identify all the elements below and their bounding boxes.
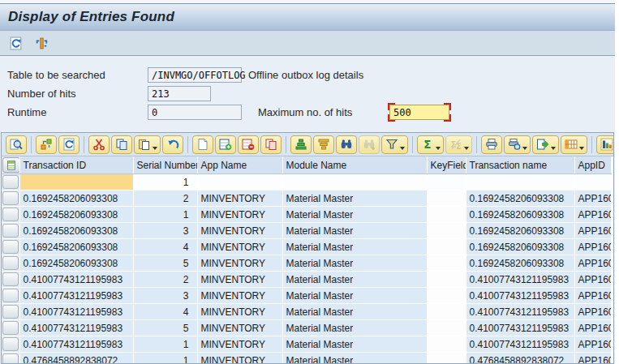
- change-button[interactable]: [36, 135, 57, 154]
- cell-module-name[interactable]: Material Master: [282, 288, 427, 304]
- cell-transaction-name[interactable]: 0.41007743121195983: [466, 304, 574, 320]
- cell-app-name[interactable]: MINVENTORY: [197, 191, 282, 207]
- cell-app-name[interactable]: MINVENTORY: [197, 336, 282, 353]
- cell-transaction-name[interactable]: 0.1692458206093308: [466, 191, 574, 207]
- find-button[interactable]: [336, 135, 357, 154]
- cell-app-name[interactable]: MINVENTORY: [197, 255, 282, 272]
- row-select-button[interactable]: [2, 353, 19, 364]
- cell-app-name[interactable]: MINVENTORY: [197, 353, 282, 364]
- cell-app-name[interactable]: MINVENTORY: [197, 207, 282, 223]
- max-hits-field[interactable]: 500: [389, 105, 449, 120]
- print-button[interactable]: [481, 135, 502, 154]
- cell-key-fields[interactable]: [427, 336, 466, 353]
- cell-serial-number[interactable]: 3: [133, 288, 197, 304]
- table-searched-field[interactable]: /INVMGO/OFFOTLOG: [148, 67, 242, 83]
- cell-transaction-id[interactable]: 0.1692458206093308: [19, 239, 133, 255]
- cell-key-fields[interactable]: [427, 320, 466, 336]
- cell-key-fields[interactable]: [427, 304, 466, 320]
- cell-serial-number[interactable]: 2: [133, 272, 197, 288]
- chart-button[interactable]: [596, 135, 614, 154]
- row-select-button[interactable]: [2, 175, 19, 189]
- cell-app-name[interactable]: MINVENTORY: [197, 223, 282, 239]
- cell-module-name[interactable]: [282, 174, 427, 191]
- cell-transaction-id[interactable]: 0.41007743121195983: [19, 304, 133, 320]
- column-header-keyfields[interactable]: KeyFields: [427, 156, 466, 174]
- delete-row-button[interactable]: [238, 135, 259, 154]
- cell-transaction-id[interactable]: 0.1692458206093308: [19, 191, 133, 207]
- cell-module-name[interactable]: Material Master: [282, 191, 427, 207]
- cell-key-fields[interactable]: [427, 239, 466, 255]
- cell-key-fields[interactable]: [427, 272, 466, 288]
- cell-app-id[interactable]: APP160: [574, 191, 611, 207]
- cell-transaction-name[interactable]: 0.41007743121195983: [466, 272, 574, 288]
- cell-app-name[interactable]: MINVENTORY: [197, 288, 282, 304]
- cell-serial-number[interactable]: 1: [133, 336, 197, 353]
- cell-app-id[interactable]: APP160: [574, 336, 611, 353]
- cell-transaction-id[interactable]: 0.41007743121195983: [19, 272, 133, 288]
- row-select-button[interactable]: [2, 191, 19, 205]
- cell-module-name[interactable]: Material Master: [282, 255, 427, 272]
- cell-transaction-name[interactable]: 0.41007743121195983: [466, 288, 574, 304]
- column-header-transaction-name[interactable]: Transaction name: [466, 156, 574, 174]
- column-header-app-name[interactable]: App Name: [197, 156, 282, 174]
- create-button[interactable]: [192, 135, 213, 154]
- column-header-appid[interactable]: AppID: [574, 156, 611, 174]
- cell-transaction-name[interactable]: 0.1692458206093308: [466, 255, 574, 272]
- paste-button[interactable]: [134, 135, 161, 154]
- cell-module-name[interactable]: Material Master: [282, 272, 427, 288]
- sort-ascending-button[interactable]: [290, 135, 312, 154]
- sum-button[interactable]: Σ: [417, 135, 444, 154]
- cell-serial-number[interactable]: 1: [133, 207, 197, 223]
- layout-button[interactable]: [561, 135, 587, 154]
- cell-transaction-name[interactable]: 0.1692458206093308: [466, 223, 574, 239]
- cell-app-id[interactable]: APP160: [574, 320, 611, 336]
- cell-transaction-name[interactable]: 0.4768458892838072: [466, 353, 574, 364]
- cell-module-name[interactable]: Material Master: [282, 223, 427, 239]
- row-select-button[interactable]: [2, 321, 19, 335]
- cell-module-name[interactable]: Material Master: [282, 353, 427, 364]
- cell-module-name[interactable]: Material Master: [282, 207, 427, 223]
- cell-module-name[interactable]: Material Master: [282, 336, 427, 353]
- cell-serial-number[interactable]: 5: [133, 255, 197, 272]
- cell-key-fields[interactable]: [427, 288, 466, 304]
- cell-module-name[interactable]: Material Master: [282, 304, 427, 320]
- cell-app-id[interactable]: APP160: [574, 207, 611, 223]
- cell-serial-number[interactable]: 4: [133, 239, 197, 255]
- cell-module-name[interactable]: Material Master: [282, 320, 427, 336]
- cell-app-id[interactable]: APP160: [574, 223, 611, 239]
- cell-app-id[interactable]: APP160: [574, 353, 611, 364]
- cell-app-id[interactable]: APP160: [574, 304, 611, 320]
- cell-transaction-id[interactable]: 0.4768458892838072: [19, 353, 133, 364]
- cell-transaction-name[interactable]: 0.41007743121195983: [466, 320, 574, 336]
- row-select-button[interactable]: [2, 337, 19, 351]
- copy-button[interactable]: [111, 135, 132, 154]
- duplicate-row-button[interactable]: [260, 135, 282, 154]
- detail-button[interactable]: [6, 135, 27, 154]
- cell-transaction-id[interactable]: 0.1692458206093308: [19, 223, 133, 239]
- row-select-button[interactable]: [2, 305, 19, 319]
- cell-app-id[interactable]: APP160: [574, 272, 611, 288]
- cell-transaction-name[interactable]: [466, 174, 574, 191]
- print-preview-button[interactable]: [504, 135, 531, 154]
- cell-key-fields[interactable]: [427, 207, 466, 223]
- row-select-button[interactable]: [2, 272, 19, 286]
- sort-descending-button[interactable]: [313, 135, 334, 154]
- cell-serial-number[interactable]: 1: [133, 353, 197, 364]
- cell-serial-number[interactable]: 4: [133, 304, 197, 320]
- cell-transaction-id[interactable]: 0.41007743121195983: [19, 336, 133, 353]
- cell-key-fields[interactable]: [427, 174, 466, 191]
- cell-serial-number[interactable]: 5: [133, 320, 197, 336]
- cell-serial-number[interactable]: 1: [133, 174, 197, 191]
- cell-transaction-id[interactable]: 0.1692458206093308: [19, 255, 133, 272]
- cell-serial-number[interactable]: 3: [133, 223, 197, 239]
- runtime-field[interactable]: 0: [148, 105, 242, 120]
- cell-module-name[interactable]: Material Master: [282, 239, 427, 255]
- cell-app-id[interactable]: APP160: [574, 288, 611, 304]
- table-settings-button[interactable]: [32, 34, 50, 52]
- cell-serial-number[interactable]: 2: [133, 191, 197, 207]
- export-button[interactable]: [532, 135, 559, 154]
- insert-row-button[interactable]: [215, 135, 236, 154]
- cell-app-name[interactable]: MINVENTORY: [197, 239, 282, 255]
- column-header-serial-number[interactable]: Serial Number: [133, 156, 197, 174]
- undo-button[interactable]: [162, 135, 183, 154]
